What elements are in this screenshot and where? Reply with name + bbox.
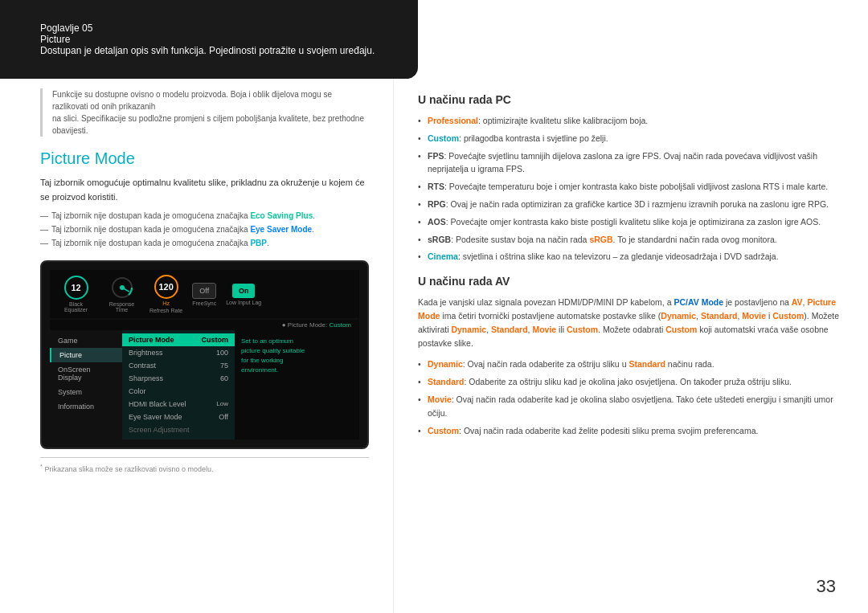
osd-menu-onscreen[interactable]: OnScreen Display xyxy=(50,362,122,385)
gauge-circle-black-eq: 12 xyxy=(64,276,88,300)
gauge-label-low-input-lag: Low Input Lag xyxy=(226,300,261,305)
movie-bullet-label: Movie xyxy=(428,394,452,404)
dynamic-bullet-label: Dynamic xyxy=(428,359,463,369)
picture-mode-bar: ● Picture Mode: Custom xyxy=(50,320,359,330)
osd-mid-label-color: Color xyxy=(129,387,146,395)
pc-mode-title: U načinu rada PC xyxy=(418,93,844,106)
eco-saving-highlight: Eco Saving Plus xyxy=(250,211,313,220)
gauge-refresh-rate: 120 Hz Refresh Rate xyxy=(149,275,182,313)
note-line1: Funkcije su dostupne ovisno o modelu pro… xyxy=(52,88,369,112)
bullet-movie: Movie: Ovaj način rada odaberite kad je … xyxy=(418,393,844,420)
osd-mid-hdmi-black[interactable]: HDMI Black Level Low xyxy=(122,398,235,411)
osd-mid-label-screen-adj: Screen Adjustment xyxy=(129,426,190,434)
osd-mid-label-picture-mode: Picture Mode xyxy=(129,336,174,344)
pbp-highlight: PBP xyxy=(250,239,267,247)
chapter-label: Poglavlje 05 xyxy=(40,22,378,34)
osd-mid-brightness[interactable]: Brightness 100 xyxy=(122,346,235,359)
srgb-inline: sRGB xyxy=(589,235,612,244)
osd-mid-label-brightness: Brightness xyxy=(129,349,163,357)
osd-mid-eye-saver[interactable]: Eye Saver Mode Off xyxy=(122,411,235,423)
gauge-label-response-time: Response Time xyxy=(104,301,140,313)
cinema-label: Cinema xyxy=(428,251,458,261)
bullet-dynamic: Dynamic: Ovaj način rada odaberite za oš… xyxy=(418,358,844,371)
osd-right-text: Set to an optimumpicture quality suitabl… xyxy=(241,337,305,374)
osd-mid-sharpness[interactable]: Sharpness 60 xyxy=(122,372,235,385)
av-mode-body: Kada je vanjski ulaz signala povezan HDM… xyxy=(418,296,844,349)
osd-mid-val-hdmi-black: Low xyxy=(216,400,228,408)
av-mode-title: U načinu rada AV xyxy=(418,275,844,288)
picture-mode-description: Taj izbornik omogućuje optimalnu kvalite… xyxy=(40,176,369,204)
standard-bullet-label: Standard xyxy=(428,377,465,386)
standard-label: Standard xyxy=(701,311,738,321)
pc-mode-bullets: Professional: optimizirajte kvalitetu sl… xyxy=(418,114,844,264)
note-eco: Taj izbornik nije dostupan kada je omogu… xyxy=(40,210,369,222)
osd-mid-color[interactable]: Color xyxy=(122,385,235,398)
custom2-label: Custom xyxy=(567,325,598,334)
osd-mid-screen-adj: Screen Adjustment xyxy=(122,423,235,436)
osd-menu-information[interactable]: Information xyxy=(50,399,122,414)
osd-mid-val-picture-mode: Custom xyxy=(202,336,229,344)
response-time-dial-icon xyxy=(110,276,134,300)
page-number: 33 xyxy=(817,576,836,597)
osd-mid-label-contrast: Contrast xyxy=(129,362,156,370)
bullet-custom-av: Custom: Ovaj način rada odaberite kad že… xyxy=(418,424,844,438)
osd-middle-menu: Picture Mode Custom Brightness 100 Contr… xyxy=(122,330,235,439)
osd-menu-picture[interactable]: Picture xyxy=(50,348,122,362)
srgb-label: sRGB xyxy=(428,235,451,244)
gauge-label-black-eq: Black Equalizer xyxy=(58,301,94,313)
bullet-custom: Custom: prilagodba kontrasta i svjetline… xyxy=(418,132,844,145)
low-input-lag-on-btn: On xyxy=(232,284,256,298)
av-mode-bullets: Dynamic: Ovaj način rada odaberite za oš… xyxy=(418,358,844,437)
movie2-label: Movie xyxy=(532,325,556,334)
osd-menu-system[interactable]: System xyxy=(50,385,122,399)
header-subtitle: Dostupan je detaljan opis svih funkcija.… xyxy=(40,45,378,56)
osd-mid-label-eye-saver: Eye Saver Mode xyxy=(129,413,182,421)
osd-left-menu: Game Picture OnScreen Display System Inf… xyxy=(50,330,122,439)
eye-saver-highlight: Eye Saver Mode xyxy=(250,225,312,234)
monitor-top-bar: 12 Black Equalizer Response Time xyxy=(50,270,359,318)
footer-note: Prikazana slika može se razlikovati ovis… xyxy=(44,465,213,473)
gauge-response-time: Response Time xyxy=(104,276,140,313)
fps-label: FPS xyxy=(428,151,444,161)
aos-label: AOS xyxy=(428,217,446,227)
left-column: Funkcije su dostupne ovisno o modelu pro… xyxy=(0,79,394,613)
monitor-mockup: 12 Black Equalizer Response Time xyxy=(40,260,369,449)
osd-mid-label-hdmi-black: HDMI Black Level xyxy=(129,400,186,408)
bullet-cinema: Cinema: svjetlina i oštrina slike kao na… xyxy=(418,250,844,264)
av-label: AV xyxy=(792,297,803,307)
osd-right-info: Set to an optimumpicture quality suitabl… xyxy=(235,330,359,439)
rpg-label: RPG xyxy=(428,199,446,209)
bullet-aos: AOS: Povećajte omjer kontrasta kako bist… xyxy=(418,215,844,229)
professional-label: Professional xyxy=(428,116,478,125)
dynamic-label: Dynamic xyxy=(661,311,696,321)
osd-mid-val-sharpness: 60 xyxy=(220,374,228,382)
picture-mode-title: Picture Mode xyxy=(40,149,369,168)
bullet-srgb: sRGB: Podesite sustav boja na način rada… xyxy=(418,233,844,247)
note-eye: Taj izbornik nije dostupan kada je omogu… xyxy=(40,224,369,235)
movie-label: Movie xyxy=(742,311,766,321)
bullet-professional: Professional: optimizirajte kvalitetu sl… xyxy=(418,114,844,128)
picture-mode-value: Custom xyxy=(329,321,351,329)
footnote-marker: * Prikazana slika može se razlikovati ov… xyxy=(40,463,369,473)
note-box: Funkcije su dostupne ovisno o modelu pro… xyxy=(40,88,369,137)
osd-mid-picture-mode[interactable]: Picture Mode Custom xyxy=(122,333,235,346)
gauge-label-freesync: FreeSync xyxy=(192,300,216,306)
bullet-rpg: RPG: Ovaj je način rada optimiziran za g… xyxy=(418,198,844,211)
rts-label: RTS xyxy=(428,182,444,191)
custom-bullet-label: Custom xyxy=(428,426,459,435)
bullet-fps: FPS: Povećajte svjetlinu tamnijih dijelo… xyxy=(418,149,844,177)
osd-menu-game[interactable]: Game xyxy=(50,333,122,348)
gauge-freesync: Off FreeSync xyxy=(192,283,216,306)
osd-mid-contrast[interactable]: Contrast 75 xyxy=(122,359,235,372)
osd-mid-val-contrast: 75 xyxy=(220,362,228,370)
header-block: Poglavlje 05 Picture Dostupan je detalja… xyxy=(0,0,418,79)
gauge-circle-refresh: 120 xyxy=(154,275,178,299)
note-line2: na slici. Specifikacije su podložne prom… xyxy=(52,112,369,137)
standard2-label: Standard xyxy=(491,325,528,334)
hz-label: Hz xyxy=(162,300,170,306)
gauge-low-input-lag: On Low Input Lag xyxy=(226,284,261,305)
right-column: U načinu rada PC Professional: optimizir… xyxy=(394,79,868,613)
gauge-black-equalizer: 12 Black Equalizer xyxy=(58,276,94,313)
bullet-standard: Standard: Odaberite za oštriju sliku kad… xyxy=(418,375,844,389)
page-title: Picture xyxy=(40,34,378,45)
